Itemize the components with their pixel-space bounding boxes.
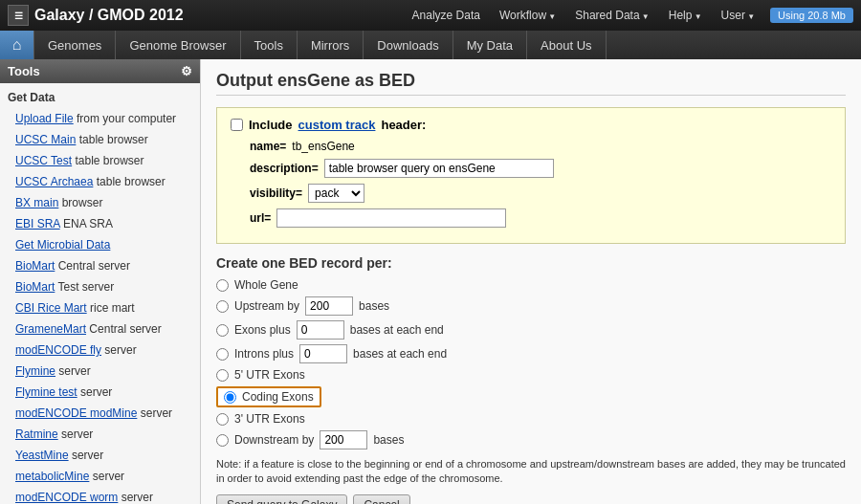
nav-genome-browser[interactable]: Genome Browser (116, 31, 240, 59)
nav-user[interactable]: User (714, 6, 762, 25)
sidebar-item-modencode-modmine[interactable]: modENCODE modMine server (0, 403, 200, 424)
sidebar-item-ucsc-test[interactable]: UCSC Test table browser (0, 150, 200, 171)
cancel-button[interactable]: Cancel (353, 494, 409, 504)
nav-about-us[interactable]: About Us (527, 31, 606, 59)
nav-workflow-dropdown: Workflow (492, 9, 563, 22)
nav-help-dropdown: Help (661, 9, 710, 22)
sidebar-item-get-microbial[interactable]: Get Microbial Data (0, 234, 200, 255)
content-area: Output ensGene as BED Include custom tra… (201, 59, 861, 504)
radio-exons-plus: Exons plus bases at each end (216, 320, 846, 340)
include-label: Include (249, 118, 293, 132)
nav-shared-data[interactable]: Shared Data (567, 6, 657, 25)
radio-whole-gene-label: Whole Gene (234, 278, 298, 292)
upstream-value-input[interactable] (305, 296, 353, 316)
sidebar-item-cbi-rice-mart[interactable]: CBI Rice Mart rice mart (0, 297, 200, 318)
radio-5utr-input[interactable] (216, 369, 229, 382)
radio-introns-plus-input[interactable] (216, 348, 229, 361)
description-label: description= (250, 162, 319, 175)
name-value: tb_ensGene (292, 140, 354, 153)
radio-introns-plus: Introns plus bases at each end (216, 344, 846, 363)
nav-tools[interactable]: Tools (241, 31, 298, 59)
url-row: url= (250, 208, 831, 228)
exons-plus-suffix: bases at each end (350, 323, 444, 337)
nav-mirrors[interactable]: Mirrors (298, 31, 364, 59)
sidebar-item-flymine-test[interactable]: Flymine test server (0, 382, 200, 403)
sidebar-item-bx-main[interactable]: BX main browser (0, 192, 200, 213)
sidebar-item-ebi-sra[interactable]: EBI SRA ENA SRA (0, 213, 200, 234)
sidebar-item-upload-file[interactable]: Upload File from your computer (0, 108, 200, 129)
description-row: description= (250, 159, 831, 178)
home-button[interactable]: ⌂ (0, 31, 34, 59)
name-label: name= (250, 140, 286, 153)
radio-3utr-exons: 3' UTR Exons (216, 412, 846, 426)
coding-exons-highlight: Coding Exons (216, 386, 321, 407)
sidebar-item-modencode-worm[interactable]: modENCODE worm server (0, 487, 200, 504)
nav-workflow[interactable]: Workflow (492, 6, 563, 25)
note-text: Note: if a feature is close to the begin… (216, 457, 846, 487)
sidebar-item-ucsc-archaea[interactable]: UCSC Archaea table browser (0, 171, 200, 192)
sidebar: Tools ⚙ Get Data Upload File from your c… (0, 59, 201, 504)
upstream-suffix: bases (359, 299, 389, 313)
radio-3utr-label: 3' UTR Exons (234, 412, 305, 426)
radio-downstream-input[interactable] (216, 434, 229, 447)
app-logo: ☰ Galaxy / GMOD 2012 (8, 5, 405, 26)
sidebar-item-flymine[interactable]: Flymine server (0, 361, 200, 382)
sidebar-item-modencode-fly[interactable]: modENCODE fly server (0, 340, 200, 361)
sidebar-title: Tools (8, 64, 40, 78)
secondary-nav-items: Genomes Genome Browser Tools Mirrors Dow… (34, 31, 607, 59)
nav-shared-data-dropdown: Shared Data (567, 9, 657, 22)
visibility-label: visibility= (250, 186, 302, 200)
radio-downstream-label: Downstream by (234, 433, 314, 447)
visibility-row: visibility= pack full dense hide (250, 184, 831, 203)
include-row: Include custom track header: (231, 118, 831, 132)
logo-icon: ☰ (8, 5, 29, 26)
radio-exons-plus-label: Exons plus (234, 323, 291, 337)
introns-plus-value-input[interactable] (299, 344, 347, 363)
sidebar-content: Get Data Upload File from your computer … (0, 83, 200, 504)
custom-track-form: Include custom track header: name= tb_en… (216, 107, 846, 244)
sidebar-item-metabolicmine[interactable]: metabolicMine server (0, 466, 200, 487)
nav-my-data[interactable]: My Data (453, 31, 527, 59)
header-label: header: (381, 118, 426, 132)
nav-downloads[interactable]: Downloads (364, 31, 453, 59)
include-checkbox[interactable] (231, 119, 243, 131)
description-input[interactable] (324, 159, 554, 178)
radio-introns-plus-label: Introns plus (234, 347, 294, 361)
radio-exons-plus-input[interactable] (216, 324, 229, 337)
sidebar-item-biomart-test[interactable]: BioMart Test server (0, 276, 200, 297)
radio-downstream: Downstream by bases (216, 430, 846, 449)
sidebar-item-yeastmine[interactable]: YeastMine server (0, 445, 200, 466)
downstream-suffix: bases (373, 433, 404, 447)
sidebar-item-gramenemart[interactable]: GrameneMart Central server (0, 318, 200, 340)
top-nav: Analyze Data Workflow Shared Data Help U… (405, 6, 762, 25)
exons-plus-value-input[interactable] (297, 320, 344, 340)
page-title: Output ensGene as BED (216, 71, 846, 96)
sidebar-item-ucsc-main[interactable]: UCSC Main table browser (0, 129, 200, 150)
radio-5utr-label: 5' UTR Exons (234, 368, 305, 382)
radio-5utr-exons: 5' UTR Exons (216, 368, 846, 382)
custom-track-link[interactable]: custom track (298, 118, 376, 132)
radio-upstream-label: Upstream by (234, 299, 299, 313)
radio-coding-exons-label: Coding Exons (242, 390, 314, 404)
radio-3utr-input[interactable] (216, 413, 229, 426)
radio-upstream: Upstream by bases (216, 296, 846, 316)
sidebar-header: Tools ⚙ (0, 59, 200, 83)
bed-record-section: Create one BED record per: Whole Gene Up… (216, 255, 846, 504)
downstream-value-input[interactable] (320, 430, 367, 449)
sidebar-item-ratmine[interactable]: Ratmine server (0, 424, 200, 445)
radio-whole-gene-input[interactable] (216, 279, 229, 292)
name-row: name= tb_ensGene (250, 140, 831, 153)
storage-badge: Using 20.8 Mb (770, 8, 853, 23)
sidebar-settings-icon[interactable]: ⚙ (181, 64, 192, 78)
radio-coding-exons-input[interactable] (224, 391, 236, 404)
buttons-row: Send query to Galaxy Cancel (216, 494, 846, 504)
nav-analyze-data[interactable]: Analyze Data (405, 6, 488, 25)
visibility-select[interactable]: pack full dense hide (308, 184, 364, 203)
radio-upstream-input[interactable] (216, 300, 229, 313)
sidebar-item-biomart-central[interactable]: BioMart Central server (0, 255, 200, 276)
nav-help[interactable]: Help (661, 6, 710, 25)
sidebar-section-get-data: Get Data (0, 87, 200, 108)
send-query-button[interactable]: Send query to Galaxy (216, 494, 347, 504)
url-input[interactable] (276, 208, 506, 228)
nav-genomes[interactable]: Genomes (34, 31, 116, 59)
